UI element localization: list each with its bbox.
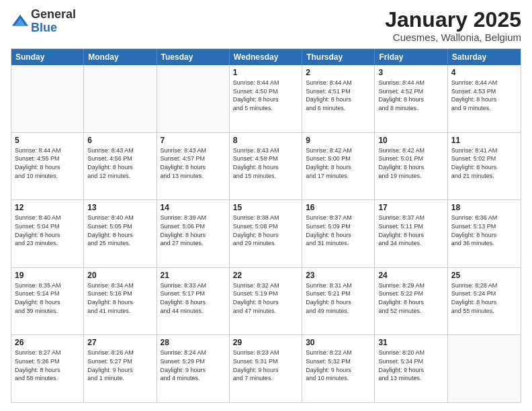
day-info: Sunrise: 8:40 AM Sunset: 5:04 PM Dayligh… [15, 214, 80, 247]
day-number: 6 [87, 136, 152, 145]
header-day-tuesday: Tuesday [157, 49, 230, 65]
day-info: Sunrise: 8:40 AM Sunset: 5:05 PM Dayligh… [87, 214, 152, 247]
day-cell-28: 28Sunrise: 8:24 AM Sunset: 5:29 PM Dayli… [157, 335, 230, 402]
day-number: 5 [15, 136, 80, 145]
logo: General Blue [11, 8, 76, 35]
day-info: Sunrise: 8:38 AM Sunset: 5:08 PM Dayligh… [233, 214, 298, 247]
title-block: January 2025 Cuesmes, Wallonia, Belgium [385, 8, 521, 43]
day-cell-25: 25Sunrise: 8:28 AM Sunset: 5:24 PM Dayli… [448, 268, 521, 335]
day-cell-9: 9Sunrise: 8:42 AM Sunset: 5:00 PM Daylig… [302, 133, 375, 200]
title-location: Cuesmes, Wallonia, Belgium [385, 32, 521, 43]
day-number: 15 [233, 203, 298, 212]
day-info: Sunrise: 8:37 AM Sunset: 5:09 PM Dayligh… [306, 214, 371, 247]
day-cell-21: 21Sunrise: 8:33 AM Sunset: 5:17 PM Dayli… [157, 268, 230, 335]
day-cell-11: 11Sunrise: 8:41 AM Sunset: 5:02 PM Dayli… [448, 133, 521, 200]
day-info: Sunrise: 8:37 AM Sunset: 5:11 PM Dayligh… [378, 214, 443, 247]
calendar-row-1: 5Sunrise: 8:44 AM Sunset: 4:55 PM Daylig… [11, 133, 521, 201]
day-cell-24: 24Sunrise: 8:29 AM Sunset: 5:22 PM Dayli… [375, 268, 447, 335]
day-number: 1 [233, 68, 298, 77]
day-cell-27: 27Sunrise: 8:26 AM Sunset: 5:27 PM Dayli… [84, 335, 157, 402]
day-number: 28 [161, 338, 226, 347]
day-cell-3: 3Sunrise: 8:44 AM Sunset: 4:52 PM Daylig… [375, 65, 447, 132]
day-cell-16: 16Sunrise: 8:37 AM Sunset: 5:09 PM Dayli… [302, 200, 375, 267]
day-info: Sunrise: 8:24 AM Sunset: 5:29 PM Dayligh… [161, 349, 226, 382]
calendar-row-4: 26Sunrise: 8:27 AM Sunset: 5:26 PM Dayli… [11, 335, 521, 402]
day-number: 31 [378, 338, 443, 347]
day-info: Sunrise: 8:44 AM Sunset: 4:52 PM Dayligh… [378, 79, 443, 112]
day-number: 10 [378, 136, 443, 145]
day-info: Sunrise: 8:39 AM Sunset: 5:06 PM Dayligh… [161, 214, 226, 247]
day-cell-13: 13Sunrise: 8:40 AM Sunset: 5:05 PM Dayli… [84, 200, 157, 267]
day-cell-23: 23Sunrise: 8:31 AM Sunset: 5:21 PM Dayli… [302, 268, 375, 335]
day-info: Sunrise: 8:44 AM Sunset: 4:51 PM Dayligh… [306, 79, 371, 112]
calendar-row-0: 1Sunrise: 8:44 AM Sunset: 4:50 PM Daylig… [11, 65, 521, 133]
day-cell-2: 2Sunrise: 8:44 AM Sunset: 4:51 PM Daylig… [302, 65, 375, 132]
header-day-friday: Friday [375, 49, 447, 65]
day-cell-5: 5Sunrise: 8:44 AM Sunset: 4:55 PM Daylig… [11, 133, 84, 200]
day-info: Sunrise: 8:44 AM Sunset: 4:55 PM Dayligh… [15, 146, 80, 180]
day-info: Sunrise: 8:20 AM Sunset: 5:34 PM Dayligh… [378, 349, 443, 382]
day-cell-29: 29Sunrise: 8:23 AM Sunset: 5:31 PM Dayli… [230, 335, 302, 402]
header-day-thursday: Thursday [302, 49, 375, 65]
header-day-sunday: Sunday [11, 49, 84, 65]
logo-blue-text: Blue [31, 21, 76, 35]
day-cell-26: 26Sunrise: 8:27 AM Sunset: 5:26 PM Dayli… [11, 335, 84, 402]
day-info: Sunrise: 8:22 AM Sunset: 5:32 PM Dayligh… [306, 349, 371, 382]
day-cell-8: 8Sunrise: 8:43 AM Sunset: 4:58 PM Daylig… [230, 133, 302, 200]
day-cell-15: 15Sunrise: 8:38 AM Sunset: 5:08 PM Dayli… [230, 200, 302, 267]
empty-cell-0-1 [84, 65, 157, 132]
day-cell-17: 17Sunrise: 8:37 AM Sunset: 5:11 PM Dayli… [375, 200, 447, 267]
day-number: 18 [451, 203, 517, 212]
day-number: 21 [161, 271, 226, 280]
empty-cell-0-0 [11, 65, 84, 132]
day-number: 12 [15, 203, 80, 212]
empty-cell-4-6 [448, 335, 521, 402]
day-number: 16 [306, 203, 371, 212]
day-cell-10: 10Sunrise: 8:42 AM Sunset: 5:01 PM Dayli… [375, 133, 447, 200]
calendar-row-3: 19Sunrise: 8:35 AM Sunset: 5:14 PM Dayli… [11, 268, 521, 336]
empty-cell-0-2 [157, 65, 230, 132]
day-number: 29 [233, 338, 298, 347]
calendar-row-2: 12Sunrise: 8:40 AM Sunset: 5:04 PM Dayli… [11, 200, 521, 268]
day-info: Sunrise: 8:28 AM Sunset: 5:24 PM Dayligh… [451, 281, 517, 315]
logo-icon [11, 12, 30, 31]
day-info: Sunrise: 8:43 AM Sunset: 4:56 PM Dayligh… [87, 146, 152, 180]
day-number: 23 [306, 271, 371, 280]
calendar-body: 1Sunrise: 8:44 AM Sunset: 4:50 PM Daylig… [11, 65, 521, 402]
day-number: 26 [15, 338, 80, 347]
day-info: Sunrise: 8:44 AM Sunset: 4:53 PM Dayligh… [451, 79, 517, 112]
day-number: 8 [233, 136, 298, 145]
day-number: 4 [451, 68, 517, 77]
day-number: 22 [233, 271, 298, 280]
day-cell-14: 14Sunrise: 8:39 AM Sunset: 5:06 PM Dayli… [157, 200, 230, 267]
title-month: January 2025 [385, 8, 521, 32]
day-cell-6: 6Sunrise: 8:43 AM Sunset: 4:56 PM Daylig… [84, 133, 157, 200]
day-cell-19: 19Sunrise: 8:35 AM Sunset: 5:14 PM Dayli… [11, 268, 84, 335]
logo-general-text: General [31, 8, 76, 21]
day-cell-18: 18Sunrise: 8:36 AM Sunset: 5:13 PM Dayli… [448, 200, 521, 267]
day-number: 20 [87, 271, 152, 280]
calendar: SundayMondayTuesdayWednesdayThursdayFrid… [11, 48, 521, 403]
day-info: Sunrise: 8:32 AM Sunset: 5:19 PM Dayligh… [233, 281, 298, 315]
day-info: Sunrise: 8:41 AM Sunset: 5:02 PM Dayligh… [451, 146, 517, 180]
header-day-wednesday: Wednesday [230, 49, 302, 65]
day-info: Sunrise: 8:34 AM Sunset: 5:16 PM Dayligh… [87, 281, 152, 315]
day-info: Sunrise: 8:42 AM Sunset: 5:00 PM Dayligh… [306, 146, 371, 180]
page: General Blue January 2025 Cuesmes, Wallo… [0, 0, 532, 411]
day-cell-31: 31Sunrise: 8:20 AM Sunset: 5:34 PM Dayli… [375, 335, 447, 402]
day-info: Sunrise: 8:42 AM Sunset: 5:01 PM Dayligh… [378, 146, 443, 180]
day-number: 24 [378, 271, 443, 280]
day-info: Sunrise: 8:27 AM Sunset: 5:26 PM Dayligh… [15, 349, 80, 382]
day-info: Sunrise: 8:43 AM Sunset: 4:57 PM Dayligh… [161, 146, 226, 180]
day-info: Sunrise: 8:31 AM Sunset: 5:21 PM Dayligh… [306, 281, 371, 315]
day-info: Sunrise: 8:43 AM Sunset: 4:58 PM Dayligh… [233, 146, 298, 180]
day-number: 9 [306, 136, 371, 145]
day-cell-4: 4Sunrise: 8:44 AM Sunset: 4:53 PM Daylig… [448, 65, 521, 132]
header-day-saturday: Saturday [448, 49, 521, 65]
day-info: Sunrise: 8:29 AM Sunset: 5:22 PM Dayligh… [378, 281, 443, 315]
logo-text: General Blue [31, 8, 76, 35]
day-number: 19 [15, 271, 80, 280]
calendar-header: SundayMondayTuesdayWednesdayThursdayFrid… [11, 49, 521, 65]
day-number: 3 [378, 68, 443, 77]
day-number: 11 [451, 136, 517, 145]
